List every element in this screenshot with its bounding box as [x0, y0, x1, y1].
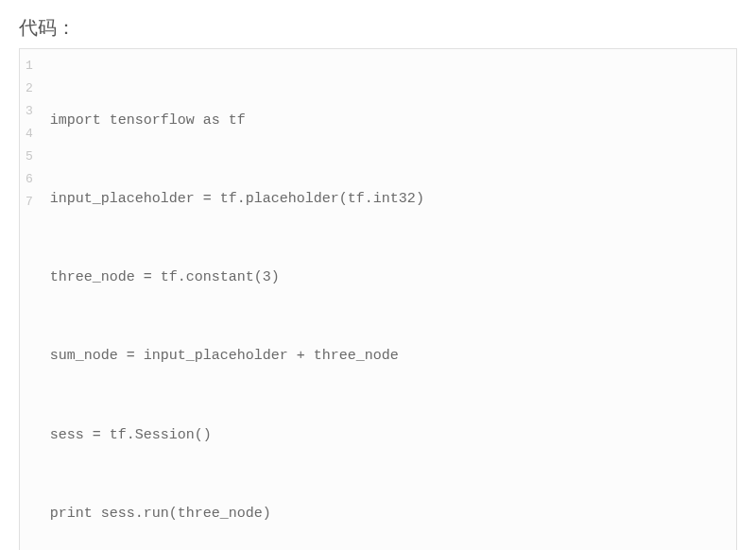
code-section-label: 代码：: [19, 15, 737, 41]
code-line: sum_node = input_placeholder + three_nod…: [50, 343, 727, 370]
code-line: three_node = tf.constant(3): [50, 265, 727, 291]
line-number: 2: [20, 77, 41, 100]
line-number: 6: [20, 168, 41, 191]
code-content: import tensorflow as tf input_placeholde…: [41, 49, 736, 550]
line-number: 7: [20, 191, 41, 214]
line-number: 3: [20, 100, 41, 123]
code-line: sess = tf.Session(): [50, 422, 727, 449]
code-block: 1 2 3 4 5 6 7 import tensorflow as tf in…: [19, 48, 737, 550]
code-gutter: 1 2 3 4 5 6 7: [20, 49, 41, 550]
line-number: 4: [20, 123, 41, 146]
line-number: 1: [20, 55, 41, 77]
line-number: 5: [20, 146, 41, 168]
code-line: input_placeholder = tf.placeholder(tf.in…: [50, 186, 727, 213]
code-line: print sess.run(three_node): [50, 501, 727, 527]
code-line: import tensorflow as tf: [50, 108, 727, 134]
